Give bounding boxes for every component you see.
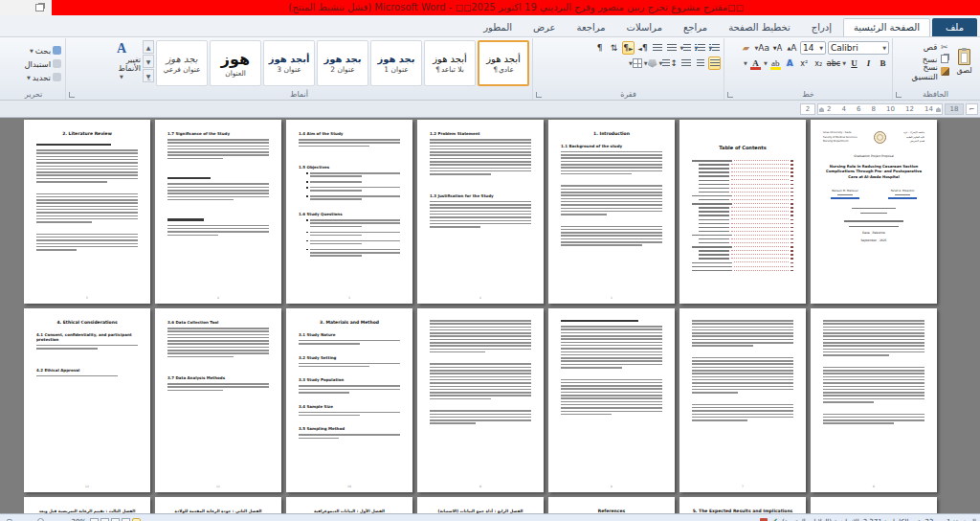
ribbon-tab[interactable]: مراجع [674, 19, 717, 36]
line-spacing-button[interactable]: ↕▼ [659, 57, 678, 70]
ribbon-tab[interactable]: المطور [474, 19, 522, 36]
underline-caret[interactable]: ▼ [842, 60, 846, 66]
shading-button[interactable]: ▼ [644, 57, 657, 70]
document-page[interactable]: 1.2 Problem Statement1.3 Justification f… [417, 120, 544, 304]
toc-page-number [791, 266, 793, 267]
superscript-button[interactable]: x² [798, 57, 811, 70]
style-gallery-item[interactable]: أبجد هوزبلا تباعد¶ [424, 40, 476, 86]
italic-button[interactable]: I [862, 57, 875, 70]
document-page[interactable]: Table of Contents [679, 120, 806, 304]
change-styles-button[interactable]: A تغيير الأنماط ▼ [102, 40, 141, 79]
styles-scroll-up[interactable]: ▲ [143, 40, 154, 54]
highlight-color-button[interactable]: ab [769, 57, 782, 70]
sort-button[interactable]: ⇅ [608, 41, 620, 55]
document-page[interactable]: 8 [548, 308, 675, 492]
shrink-font-button[interactable]: A▼ [771, 41, 784, 55]
toc-entry-label [699, 250, 729, 251]
view-mode-button[interactable] [111, 518, 120, 521]
ribbon-tab[interactable]: الصفحة الرئيسية [843, 18, 930, 36]
document-page[interactable]: 3. Materials and Method3.1 Study Nature3… [286, 308, 412, 492]
font-color-caret[interactable]: ▼ [744, 60, 747, 66]
underline-button[interactable]: U [848, 57, 860, 70]
toc-page-number [791, 223, 793, 224]
ribbon-tab[interactable]: ملف [932, 18, 977, 36]
indent-marker-left[interactable] [819, 107, 824, 112]
document-page[interactable]: 2. Literature Review5 [24, 120, 150, 304]
document-page[interactable]: الفصل الثاني : جودة الرعاية المقدمة للول… [155, 497, 281, 513]
ribbon-tab[interactable]: تخطيط الصفحة [719, 19, 800, 36]
styles-scroll-down[interactable]: ▼ [143, 55, 154, 68]
ribbon-tab[interactable]: إدراج [802, 19, 841, 36]
toc-row [692, 179, 793, 181]
borders-button[interactable]: ▼ [629, 57, 642, 70]
cut-button[interactable]: ✂ قص [896, 40, 950, 53]
decrease-indent-button[interactable] [665, 41, 678, 55]
window-restore-icon[interactable] [35, 4, 44, 11]
paste-button[interactable]: لصق [953, 40, 975, 82]
document-page[interactable]: 6 [811, 308, 937, 492]
clear-formatting-button[interactable]: ▰ [739, 41, 754, 55]
text-effects-button[interactable]: A [784, 57, 796, 70]
subscript-button[interactable]: x₂ [813, 57, 825, 70]
bold-button[interactable]: B [877, 57, 889, 70]
paragraph [823, 367, 924, 403]
fit-page-button[interactable]: ▢ [4, 518, 12, 521]
align-left-button[interactable] [679, 57, 692, 70]
style-gallery-item[interactable]: بجد هوزعنوان 1 [370, 40, 422, 86]
style-gallery-item[interactable]: بجد هوزعنوان 2 [317, 40, 368, 86]
view-mode-button[interactable] [132, 518, 141, 521]
tab-selector[interactable]: ⌐ [966, 103, 978, 115]
font-color-button[interactable]: A [749, 57, 762, 70]
indent-marker-right[interactable] [936, 107, 941, 112]
ltr-direction-button[interactable]: ¶◄ [636, 41, 649, 55]
document-page[interactable]: 7 [679, 308, 806, 492]
document-page[interactable]: الفصل الأول : البيانات الديموغرافية [286, 497, 412, 513]
document-page[interactable]: Israa University - GazaFaculty of Medica… [811, 120, 937, 304]
view-mode-button[interactable] [122, 518, 130, 521]
align-center-button[interactable] [694, 57, 706, 70]
view-mode-button[interactable] [90, 518, 99, 521]
text-line [36, 169, 138, 170]
ribbon-tab[interactable]: عرض [523, 19, 566, 36]
format-painter-button[interactable]: نسخ التنسيق [896, 65, 950, 78]
find-button[interactable]: بحث▼ [5, 44, 62, 57]
increase-indent-button[interactable] [651, 41, 663, 55]
grow-font-button[interactable]: A▲ [786, 41, 798, 55]
horizontal-ruler[interactable]: 2 2468101214 18 ⌐ [800, 103, 978, 115]
numbering-button[interactable]: ▼ [694, 41, 706, 55]
font-size-combo[interactable]: 14▼ [800, 41, 826, 55]
styles-more[interactable]: ▼̲ [143, 69, 154, 82]
rtl-direction-button[interactable]: ►¶ [622, 41, 635, 55]
font-name-combo[interactable]: Calibri▼ [828, 41, 889, 55]
bullets-button[interactable]: ▼ [708, 41, 721, 55]
highlight-caret[interactable]: ▼ [764, 60, 768, 66]
ribbon-tab[interactable]: مراجعة [568, 19, 615, 36]
ribbon-tab[interactable]: مراسلات [617, 19, 672, 36]
document-page[interactable]: 9 [417, 308, 544, 492]
replace-button[interactable]: استبدال [5, 57, 62, 70]
show-marks-button[interactable]: ¶ [593, 41, 606, 55]
multilevel-list-button[interactable]: ▼ [679, 41, 692, 55]
document-page[interactable]: 3.6 Data Collection Tool3.7 Data Analysi… [155, 308, 281, 492]
document-page[interactable]: 1.7 Significance of the Study4 [155, 120, 281, 304]
text-line [430, 386, 531, 388]
style-gallery-item[interactable]: أبجد هوزعنوان 3 [263, 40, 315, 86]
style-gallery-item[interactable]: هوزالعنوان [210, 40, 261, 86]
document-page[interactable]: 1.4 Aim of the Study1.5 Objectives1.6 St… [286, 120, 412, 304]
document-page[interactable]: 4. Ethical Considerations4.1 Consent, co… [24, 308, 150, 492]
document-page[interactable]: 5. The Expected Results and Implications [679, 497, 806, 513]
document-page[interactable]: الفصل الثالث : تقييم الرعاية التمريضية ق… [24, 497, 150, 513]
align-right-button[interactable] [708, 57, 721, 70]
change-case-button[interactable]: Aa▼ [754, 41, 769, 55]
document-page[interactable] [811, 497, 937, 513]
style-gallery-item[interactable]: بجد هوزعنوان فرعي [156, 40, 208, 86]
document-page[interactable]: 1. Introduction1.1 Background of the stu… [548, 120, 675, 304]
page-number: 12 [24, 485, 150, 488]
view-mode-button[interactable] [100, 518, 109, 521]
select-button[interactable]: تحديد▼ [5, 71, 62, 83]
zoom-out-button[interactable]: − [16, 517, 24, 521]
strikethrough-button[interactable]: abc [827, 57, 840, 70]
document-page[interactable]: References [548, 497, 675, 513]
style-gallery-item[interactable]: أبجد هوزعادي¶ [478, 40, 529, 86]
document-page[interactable]: الفصل الرابع : أداة جمع البيانات (الاستب… [417, 497, 544, 513]
